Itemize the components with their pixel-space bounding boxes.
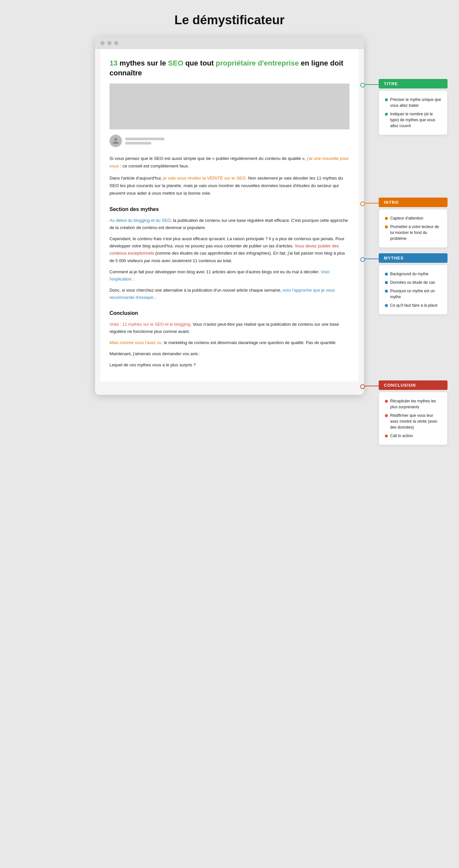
page-title: Le démystificateur bbox=[174, 13, 285, 27]
conclusion-paragraph-1: Voilà : 11 mythes sur le SEO et le blogg… bbox=[110, 321, 349, 335]
annotation-conclusion-line bbox=[365, 386, 379, 386]
annotation-intro-item-2: Promettre à votre lecteur de lui montrer… bbox=[384, 222, 442, 243]
myths-heading: Section des mythes bbox=[110, 207, 349, 212]
annotation-intro-line bbox=[365, 203, 379, 204]
browser-bar bbox=[95, 37, 364, 49]
intro-paragraph-1: Si vous pensez que le SEO est aussi simp… bbox=[110, 155, 349, 170]
conclusion-question-link[interactable]: Lequel de ces mythes vous a le plus surp… bbox=[110, 363, 196, 367]
annotation-intro-card: Capteur d'attention Promettre à votre le… bbox=[379, 209, 448, 248]
article-content: 13 mythes sur le SEO que tout propriétai… bbox=[100, 49, 359, 382]
browser-window: 13 mythes sur le SEO que tout propriétai… bbox=[95, 37, 364, 395]
annotation-intro: INTRO Capteur d'attention Promettre à vo… bbox=[360, 197, 448, 248]
annotation-titre-dot bbox=[360, 83, 365, 88]
myths-paragraph-4: Donc, si vous cherchez une alternative à… bbox=[110, 287, 349, 301]
annotation-mythes-dot bbox=[360, 257, 365, 262]
annotation-intro-dot bbox=[360, 202, 365, 206]
author-name-line bbox=[125, 137, 165, 140]
myths-paragraph-2: Cependant, le contenu frais n'est plus a… bbox=[110, 235, 349, 264]
annotation-conclusion-card: Récapituler les mythes les plus surprena… bbox=[379, 392, 448, 445]
annotation-mythes: MYTHES Background du mythe Données ou ét… bbox=[360, 253, 448, 315]
browser-dot-3 bbox=[114, 41, 118, 45]
annotation-conclusion-item-2: Réaffirmer que vous leur avez montré la … bbox=[384, 411, 442, 432]
annotation-mythes-line bbox=[365, 258, 379, 259]
annotation-titre-item-2: Indiquer le nombre (et le type) de mythe… bbox=[384, 110, 442, 130]
annotation-mythes-item-3: Pourquoi ce mythe est un mythe bbox=[384, 287, 442, 301]
browser-dot-2 bbox=[107, 41, 112, 45]
annotation-conclusion-dot bbox=[360, 384, 365, 389]
myths-paragraph-3: Comment ai-je fait pour développer mon b… bbox=[110, 268, 349, 283]
annotation-conclusion: CONCLUSION Récapituler les mythes les pl… bbox=[360, 380, 448, 445]
annotation-titre: TITRE Préciser le mythe unique que vous … bbox=[360, 79, 448, 135]
annotation-mythes-item-2: Données ou étude de cas bbox=[384, 278, 442, 287]
conclusion-cta-link: Lequel de ces mythes vous a le plus surp… bbox=[110, 362, 349, 369]
conclusion-heading: Conclusion bbox=[110, 310, 349, 316]
myths-link-1[interactable]: Au début du blogging et du SEO bbox=[110, 218, 171, 223]
author-row bbox=[110, 135, 349, 147]
article-title: 13 mythes sur le SEO que tout propriétai… bbox=[110, 58, 349, 78]
annotation-intro-content: INTRO Capteur d'attention Promettre à vo… bbox=[379, 197, 448, 248]
annotation-conclusion-badge: CONCLUSION bbox=[379, 380, 448, 390]
annotation-intro-item-1: Capteur d'attention bbox=[384, 214, 442, 222]
annotation-titre-card: Préciser le mythe unique que vous allez … bbox=[379, 90, 448, 135]
annotation-mythes-badge: MYTHES bbox=[379, 253, 448, 263]
annotation-mythes-item-1: Background du mythe bbox=[384, 270, 442, 278]
annotation-titre-badge: TITRE bbox=[379, 79, 448, 89]
annotation-titre-content: TITRE Préciser le mythe unique que vous … bbox=[379, 79, 448, 135]
article-image bbox=[110, 84, 349, 129]
annotation-conclusion-item-3: Call to action bbox=[384, 432, 442, 440]
annotation-mythes-card: Background du mythe Données ou étude de … bbox=[379, 265, 448, 315]
conclusion-paragraph-3: Maintenant, j'aimerais vous demander vos… bbox=[110, 350, 349, 358]
intro-paragraph-2: Dans l'article d'aujourd'hui, je vais vo… bbox=[110, 175, 349, 197]
conclusion-paragraph-2: Mais comme vous l'avez vu, le marketing … bbox=[110, 339, 349, 346]
annotation-titre-line bbox=[365, 84, 379, 85]
myths-paragraph-1: Au début du blogging et du SEO, la publi… bbox=[110, 217, 349, 231]
annotation-titre-item-1: Préciser le mythe unique que vous allez … bbox=[384, 95, 442, 110]
annotation-mythes-item-4: Ce qu'il faut faire à la place bbox=[384, 301, 442, 310]
avatar bbox=[110, 135, 122, 147]
annotation-conclusion-content: CONCLUSION Récapituler les mythes les pl… bbox=[379, 380, 448, 445]
author-date-line bbox=[125, 142, 151, 145]
avatar-icon bbox=[112, 137, 119, 145]
browser-dot-1 bbox=[100, 41, 105, 45]
author-lines bbox=[125, 137, 165, 145]
annotation-intro-badge: INTRO bbox=[379, 197, 448, 207]
annotation-mythes-content: MYTHES Background du mythe Données ou ét… bbox=[379, 253, 448, 315]
annotation-conclusion-item-1: Récapituler les mythes les plus surprena… bbox=[384, 397, 442, 411]
